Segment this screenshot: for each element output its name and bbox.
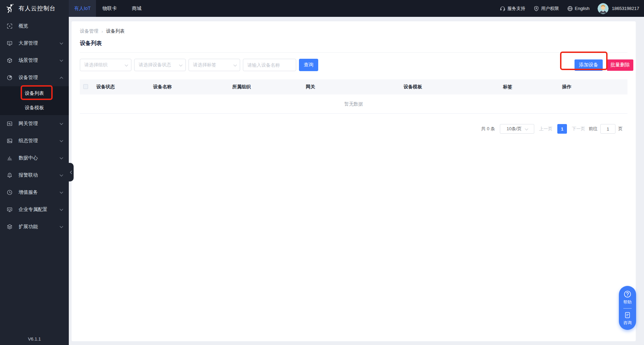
sidebar-item[interactable]: 场景管理 — [0, 52, 69, 69]
device-name-input[interactable] — [243, 59, 296, 71]
sidebar-item[interactable]: 增值服务 — [0, 184, 69, 201]
search-button[interactable]: 查询 — [299, 59, 318, 71]
user-phone: 18653198217 — [612, 6, 639, 11]
chevron-icon — [60, 173, 63, 176]
product-tab[interactable]: 物联卡 — [96, 0, 123, 17]
user-menu[interactable]: 18653198217 — [598, 3, 639, 14]
breadcrumb-item-parent[interactable]: 设备管理 — [80, 28, 98, 34]
headset-icon — [500, 6, 505, 11]
batch-delete-button[interactable]: 批量删除 — [607, 59, 633, 71]
chevron-icon — [60, 121, 63, 125]
chevron-icon — [60, 207, 63, 211]
avatar — [598, 3, 609, 14]
question-circle-icon[interactable] — [624, 290, 631, 298]
breadcrumb-item-current: 设备列表 — [106, 28, 125, 34]
topbar-right: 服务支持 用户权限 English — [500, 3, 644, 14]
bell-icon — [7, 172, 13, 178]
chevron-down-icon — [234, 63, 237, 66]
sidebar-item[interactable]: 组态管理 — [0, 132, 69, 149]
sidebar-item[interactable]: 设备模板 — [0, 101, 69, 115]
sidebar-item[interactable]: 设备列表 — [0, 86, 69, 101]
chevron-down-icon — [125, 63, 128, 66]
divider — [623, 308, 632, 309]
table-column-header: 设备模板 — [404, 84, 503, 90]
device-table: 设备状态 设备名称 所属组织 网关 设备模板 标签 操作 暂无数据 — [80, 79, 627, 114]
layers-icon — [7, 224, 13, 230]
empty-state: 暂无数据 — [80, 94, 627, 114]
sidebar-item[interactable]: 大屏管理 — [0, 35, 69, 52]
shield-icon — [534, 6, 539, 11]
chevron-icon — [60, 77, 63, 80]
runner-logo-icon — [5, 3, 15, 14]
sidebar-item[interactable]: 设备管理 — [0, 69, 69, 86]
next-page-button[interactable]: 下一页 — [572, 126, 585, 132]
table-column-header: 设备名称 — [153, 84, 232, 90]
page-unit-label: 页 — [618, 126, 623, 132]
cube-icon — [7, 58, 13, 63]
sidebar: 有人云控制台 概览 大屏管理 场景管理 设备管理 — [0, 0, 69, 345]
chevron-icon — [60, 58, 63, 62]
monitorCode-icon — [7, 207, 13, 212]
topbar-action[interactable]: 用户权限 — [534, 5, 559, 12]
logo[interactable]: 有人云控制台 — [0, 0, 69, 17]
help-widget: 帮助 咨询 — [619, 286, 636, 330]
topbar: 有人IoT 物联卡 商城 服务支持 用户权限 — [69, 0, 644, 17]
document-icon[interactable] — [624, 312, 631, 319]
globe-icon — [567, 6, 573, 11]
sidebar-item[interactable]: 网关管理 — [0, 115, 69, 132]
select-all-checkbox[interactable] — [83, 84, 88, 89]
sidebar-collapse-handle[interactable] — [69, 163, 74, 181]
consult-label[interactable]: 咨询 — [623, 320, 632, 326]
help-label[interactable]: 帮助 — [623, 299, 632, 305]
divider — [80, 52, 627, 53]
topbar-action[interactable]: 服务支持 — [500, 5, 525, 12]
screen-icon — [7, 41, 13, 46]
sidebar-item[interactable]: 企业专属配置 — [0, 201, 69, 218]
page-title: 设备列表 — [80, 40, 627, 47]
sidebar-item[interactable]: 概览 — [0, 18, 69, 35]
chevron-icon — [60, 224, 63, 228]
gateway-icon — [7, 121, 13, 126]
product-tabs: 有人IoT 物联卡 商城 — [69, 0, 150, 17]
table-column-header: 操作 — [562, 84, 627, 90]
table-column-header: 标签 — [503, 84, 562, 90]
total-count: 共 0 条 — [481, 126, 495, 132]
overview-icon — [7, 23, 13, 29]
app-title: 有人云控制台 — [19, 4, 56, 12]
image-icon — [7, 138, 13, 144]
goto-label: 前往 — [589, 126, 598, 132]
sidebar-item[interactable]: 数据中心 — [0, 149, 69, 167]
page-number-1[interactable]: 1 — [557, 124, 567, 134]
table-column-header: 网关 — [306, 84, 404, 90]
sidebar-menu: 概览 大屏管理 场景管理 设备管理 设备 — [0, 17, 69, 235]
chevron-icon — [60, 190, 63, 193]
chevron-icon — [60, 41, 63, 44]
table-header: 设备状态 设备名称 所属组织 网关 设备模板 标签 操作 — [80, 79, 627, 94]
page-size-select[interactable]: 10条/页 — [500, 124, 534, 134]
pie-icon — [7, 75, 13, 80]
filter-bar: 请选择组织 请选择设备状态 请选择标签 查询 添加设 — [80, 59, 627, 71]
filter-select[interactable]: 请选择组织 — [80, 59, 131, 71]
product-tab[interactable]: 有人IoT — [69, 0, 96, 17]
table-column-header: 设备状态 — [96, 84, 153, 90]
breadcrumb-separator: › — [101, 29, 103, 34]
chart-icon — [7, 155, 13, 161]
chevron-icon — [60, 156, 63, 159]
clock-icon — [7, 190, 13, 195]
product-tab[interactable]: 商城 — [123, 0, 150, 17]
add-device-button[interactable]: 添加设备 — [575, 59, 603, 71]
filter-select[interactable]: 请选择标签 — [189, 59, 240, 71]
pagination: 共 0 条 10条/页 上一页 1 下一页 前往 页 — [80, 124, 627, 134]
goto-page-input[interactable] — [600, 124, 615, 134]
version-label: V6.1.1 — [0, 336, 69, 342]
sidebar-item[interactable]: 报警联动 — [0, 167, 69, 184]
topbar-action[interactable]: English — [567, 6, 590, 11]
prev-page-button[interactable]: 上一页 — [539, 126, 552, 132]
breadcrumb: 设备管理 › 设备列表 — [80, 21, 627, 34]
chevron-down-icon — [525, 127, 528, 130]
table-column-header: 所属组织 — [232, 84, 306, 90]
sidebar-item[interactable]: 扩展功能 — [0, 218, 69, 235]
content-card: 设备管理 › 设备列表 设备列表 请选择组织 请选择设备状态 — [72, 21, 636, 341]
filter-select[interactable]: 请选择设备状态 — [134, 59, 186, 71]
chevron-left-icon — [70, 170, 73, 174]
